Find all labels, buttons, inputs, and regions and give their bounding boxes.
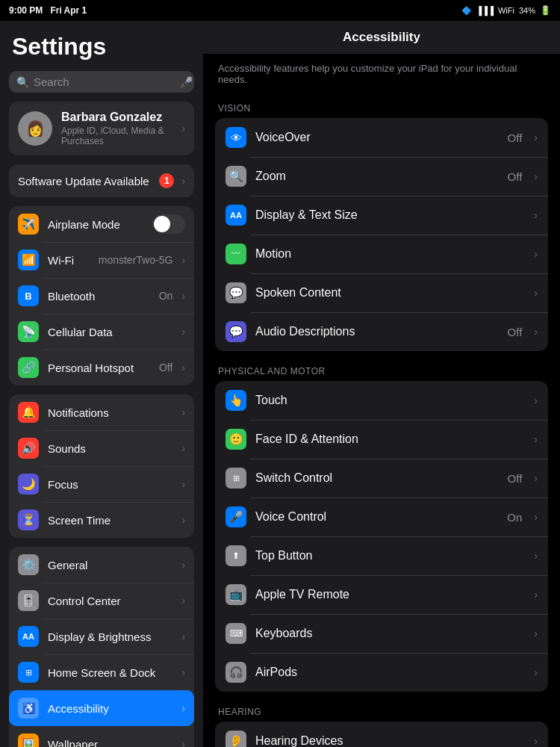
voiceover-chevron: › — [534, 131, 538, 143]
sounds-label: Sounds — [48, 442, 172, 455]
search-bar[interactable]: 🔍 🎤 — [9, 71, 194, 93]
hotspot-value: Off — [159, 362, 172, 374]
keyboards-label: Keyboards — [255, 627, 525, 640]
motion-chevron: › — [534, 248, 538, 260]
voiceover-label: VoiceOver — [255, 131, 499, 144]
hotspot-icon: 🔗 — [18, 357, 39, 378]
panel-item-touch[interactable]: 👆 Touch › — [215, 381, 548, 420]
faceid-label: Face ID & Attention — [255, 433, 525, 446]
sidebar-item-general[interactable]: ⚙️ General › — [9, 547, 194, 583]
panel-item-keyboards[interactable]: ⌨ Keyboards › — [215, 614, 548, 653]
status-time-date: 9:00 PM Fri Apr 1 — [9, 5, 87, 16]
audiodesc-chevron: › — [534, 326, 538, 338]
update-chevron: › — [181, 175, 185, 187]
bluetooth-status-icon: 🔷 — [461, 6, 472, 16]
topbutton-icon: ⬆ — [225, 545, 246, 566]
wallpaper-chevron: › — [181, 738, 185, 747]
sidebar-item-bluetooth[interactable]: B Bluetooth On › — [9, 278, 194, 314]
section-header-vision: VISION — [203, 91, 560, 118]
spokencontent-icon: 💬 — [225, 282, 246, 303]
network-group: ✈️ Airplane Mode 📶 Wi-Fi monsterTwo-5G ›… — [9, 206, 194, 385]
toggle-thumb — [154, 216, 170, 232]
panel-item-displaytextsize[interactable]: AA Display & Text Size › — [215, 196, 548, 235]
airplane-toggle[interactable] — [152, 214, 185, 234]
audiodesc-label: Audio Descriptions — [255, 325, 499, 338]
motion-label: Motion — [255, 247, 525, 261]
motion-icon: 〰 — [225, 244, 246, 264]
sidebar-item-controlcenter[interactable]: 🎚️ Control Center › — [9, 583, 194, 619]
panel-item-topbutton[interactable]: ⬆ Top Button › — [215, 536, 548, 575]
zoom-chevron: › — [534, 170, 538, 182]
user-profile[interactable]: 👩 Barbara Gonzalez Apple ID, iCloud, Med… — [9, 102, 194, 155]
status-bar: 9:00 PM Fri Apr 1 🔷 ▐▐▐ WiFi 34% 🔋 — [0, 0, 560, 21]
spokencontent-label: Spoken Content — [255, 286, 525, 300]
sidebar-item-display[interactable]: AA Display & Brightness › — [9, 619, 194, 654]
voiceover-value: Off — [508, 131, 523, 144]
controlcenter-chevron: › — [181, 595, 185, 607]
general-label: General — [48, 559, 172, 571]
airplane-icon: ✈️ — [18, 214, 39, 235]
accessibility-label: Accessibility — [48, 702, 172, 715]
software-update-item[interactable]: Software Update Available 1 › — [9, 164, 194, 197]
focus-label: Focus — [48, 478, 172, 491]
section-header-physical: PHYSICAL AND MOTOR — [203, 354, 560, 381]
sounds-chevron: › — [181, 442, 185, 454]
sidebar-item-sounds[interactable]: 🔊 Sounds › — [9, 430, 194, 466]
search-input[interactable] — [34, 75, 175, 88]
panel-item-audiodesc[interactable]: 💬 Audio Descriptions Off › — [215, 312, 548, 351]
general-group: ⚙️ General › 🎚️ Control Center › AA Disp… — [9, 547, 194, 747]
wifi-chevron: › — [181, 254, 185, 266]
cellular-chevron: › — [181, 326, 185, 338]
displaytextsize-label: Display & Text Size — [255, 208, 525, 222]
sidebar-item-cellular[interactable]: 📡 Cellular Data › — [9, 314, 194, 350]
notifications-label: Notifications — [48, 406, 172, 419]
update-badge: 1 — [159, 173, 174, 188]
panel-item-voicecontrol[interactable]: 🎤 Voice Control On › — [215, 498, 548, 536]
sidebar-item-wallpaper[interactable]: 🖼️ Wallpaper › — [9, 726, 194, 747]
panel-item-faceid[interactable]: 🙂 Face ID & Attention › — [215, 420, 548, 459]
panel-item-motion[interactable]: 〰 Motion › — [215, 235, 548, 273]
physical-group: 👆 Touch › 🙂 Face ID & Attention › ⊞ Swit… — [215, 381, 548, 692]
appletvremote-chevron: › — [534, 589, 538, 601]
touch-label: Touch — [255, 394, 525, 407]
wifi-status-icon: WiFi — [498, 6, 514, 15]
panel-item-spokencontent[interactable]: 💬 Spoken Content › — [215, 273, 548, 312]
panel-item-airpods[interactable]: 🎧 AirPods › — [215, 653, 548, 692]
touch-chevron: › — [534, 394, 538, 406]
sidebar-item-airplane[interactable]: ✈️ Airplane Mode — [9, 206, 194, 242]
sidebar-item-accessibility[interactable]: ♿ Accessibility › — [9, 690, 194, 726]
appletvremote-icon: 📺 — [225, 584, 246, 605]
sidebar-item-notifications[interactable]: 🔔 Notifications › — [9, 394, 194, 430]
sidebar-item-screentime[interactable]: ⏳ Screen Time › — [9, 502, 194, 538]
panel-item-appletvremote[interactable]: 📺 Apple TV Remote › — [215, 575, 548, 614]
panel-item-zoom[interactable]: 🔍 Zoom Off › — [215, 157, 548, 196]
screentime-label: Screen Time — [48, 514, 172, 527]
homescreen-icon: ⊞ — [18, 662, 39, 683]
mic-icon: 🎤 — [180, 76, 193, 88]
panel-item-hearingdevices[interactable]: 👂 Hearing Devices › — [215, 722, 548, 747]
panel-item-voiceover[interactable]: 👁 VoiceOver Off › — [215, 118, 548, 157]
signal-icon: ▐▐▐ — [476, 6, 494, 15]
display-chevron: › — [181, 630, 185, 642]
sidebar-item-homescreen[interactable]: ⊞ Home Screen & Dock › — [9, 654, 194, 690]
spokencontent-chevron: › — [534, 287, 538, 299]
user-name: Barbara Gonzalez — [61, 111, 172, 124]
sidebar-item-wifi[interactable]: 📶 Wi-Fi monsterTwo-5G › — [9, 242, 194, 278]
faceid-chevron: › — [534, 433, 538, 445]
controlcenter-icon: 🎚️ — [18, 590, 39, 611]
section-header-hearing: HEARING — [203, 695, 560, 722]
voicecontrol-icon: 🎤 — [225, 506, 246, 527]
battery-indicator: 🔋 — [540, 5, 551, 16]
panel-item-switchcontrol[interactable]: ⊞ Switch Control Off › — [215, 459, 548, 498]
avatar: 👩 — [18, 111, 52, 146]
airpods-label: AirPods — [255, 666, 525, 679]
wallpaper-label: Wallpaper — [48, 738, 172, 748]
update-label: Software Update Available — [18, 175, 152, 187]
sidebar-item-focus[interactable]: 🌙 Focus › — [9, 466, 194, 502]
sidebar-item-hotspot[interactable]: 🔗 Personal Hotspot Off › — [9, 350, 194, 385]
wifi-icon: 📶 — [18, 249, 39, 270]
search-icon: 🔍 — [16, 76, 29, 88]
wifi-label: Wi-Fi — [48, 254, 90, 267]
hotspot-chevron: › — [181, 362, 185, 374]
notifications-chevron: › — [181, 406, 185, 418]
